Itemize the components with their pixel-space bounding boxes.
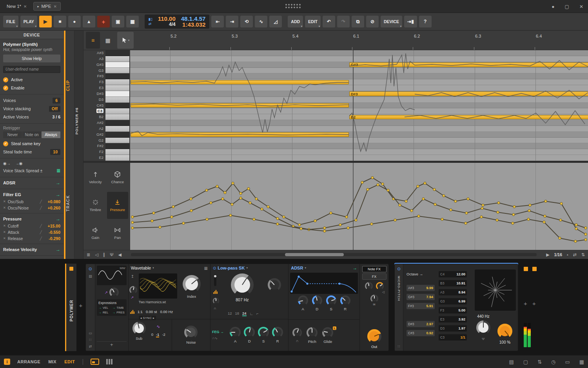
osc-offset[interactable]: 0.00 Hz xyxy=(160,310,173,314)
mod-amount-value[interactable]: +15.00 xyxy=(44,224,60,228)
add-device-button[interactable]: + xyxy=(524,300,527,307)
expression-tab-velocity[interactable]: Velocity xyxy=(85,164,106,191)
device-name-input[interactable] xyxy=(3,66,60,73)
document-tab[interactable]: New 1*✕ xyxy=(3,2,30,11)
lane-label[interactable]: POLYMER #6 xyxy=(74,89,83,152)
add-modulator-button[interactable]: + xyxy=(97,341,127,349)
steal-same-key-toggle[interactable]: ✓Steal same key xyxy=(3,140,60,148)
index-knob[interactable]: Index xyxy=(183,275,201,299)
filter-slope-12[interactable]: 12 xyxy=(228,311,232,316)
view-switch-arrange[interactable]: ARRANGE xyxy=(17,359,40,364)
piano-key-A#3[interactable]: A#3 xyxy=(83,50,129,56)
mod-amount-value[interactable]: +0.260 xyxy=(44,206,60,210)
snap-icon[interactable]: ⇄ xyxy=(573,252,577,257)
key-bar[interactable] xyxy=(105,56,129,62)
filter-header[interactable]: ⊙ Low-pass SK▾ xyxy=(211,264,288,272)
horizontal-scrollbar[interactable] xyxy=(131,253,537,256)
fegknobs-knob-r[interactable]: R xyxy=(272,327,283,343)
mod-amount-value[interactable]: +0.080 xyxy=(44,199,60,204)
envknobs-knob-r[interactable]: R xyxy=(340,295,350,311)
spread-knob[interactable] xyxy=(365,282,373,290)
piano-key-G3[interactable]: G3 xyxy=(83,68,129,74)
tab-close-icon[interactable]: ✕ xyxy=(53,4,56,9)
edit-menu-button[interactable]: EDIT▾ xyxy=(305,16,321,27)
expression-tab-chance[interactable]: Chance xyxy=(107,164,129,191)
ruler-label-6.1[interactable]: 6.1 xyxy=(353,34,359,38)
punch-in-button[interactable]: ⇤ xyxy=(211,16,224,27)
piano-key-F#3[interactable]: F#3 xyxy=(83,73,129,79)
expression-tab-pressure[interactable]: Pressure xyxy=(107,192,129,219)
fegknobs-knob-s[interactable]: S xyxy=(258,327,269,343)
remove-icon[interactable]: ✕ xyxy=(3,200,6,203)
modwheel-display[interactable]: MW xyxy=(97,266,127,285)
single-display-layout-icon[interactable] xyxy=(91,359,99,365)
filter-slope-24[interactable]: 24 xyxy=(242,311,247,316)
param-value[interactable]: Off xyxy=(49,106,60,112)
sub-octave--2[interactable]: -2 xyxy=(162,332,165,337)
mod-target-row[interactable]: ✕Attack╱-0.550 xyxy=(3,229,60,235)
piano-key-A3[interactable]: A3 xyxy=(83,56,129,62)
grid-stepper-icon[interactable]: ▴ xyxy=(567,253,568,256)
tuning-row-G3[interactable]: G36.99 xyxy=(439,298,467,304)
keytrack-icon[interactable]: ▦ xyxy=(204,266,207,270)
fegknobs-knob-d[interactable]: D xyxy=(244,327,255,343)
ruler-label-5.3[interactable]: 5.3 xyxy=(232,34,238,38)
close-icon[interactable]: ✕ xyxy=(579,4,583,9)
chain-track-header[interactable]: POLYMER xyxy=(66,264,76,351)
add-device-slot-button[interactable]: + xyxy=(77,302,84,309)
redo-button[interactable]: ↷ xyxy=(337,16,350,27)
key-bar[interactable] xyxy=(105,85,129,91)
layers-icon[interactable]: ≣ xyxy=(87,252,90,257)
clip-launcher-button[interactable]: ▦ xyxy=(126,16,139,27)
zoom-fit-icon[interactable]: ⇅ xyxy=(581,252,585,257)
piano-key-C#3[interactable]: C#3 xyxy=(83,103,129,109)
mod-target-row[interactable]: ✕Release╱-0.290 xyxy=(3,235,60,242)
view-switch-mix[interactable]: MIX xyxy=(48,359,56,364)
file-menu-button[interactable]: FILE▾ xyxy=(3,16,18,27)
glide-knob[interactable]: Glide L xyxy=(322,327,333,344)
osc-detune[interactable]: 0.00 st xyxy=(146,310,157,314)
tuning-row-E3[interactable]: E33.92 xyxy=(439,316,467,322)
osc-ratio[interactable]: 1:1 xyxy=(138,310,143,314)
mod-route-icon[interactable]: → xyxy=(56,192,60,197)
piano-key-E3[interactable]: E3 xyxy=(83,85,129,91)
time-signature-display[interactable]: 4/4 xyxy=(169,22,176,27)
dual-display-layout-icon[interactable] xyxy=(106,359,113,364)
meter-icon[interactable]: ∥ xyxy=(103,252,105,257)
project-panel-icon[interactable]: ▤ xyxy=(509,359,514,365)
device-power-icon[interactable]: ⊙ xyxy=(397,266,401,271)
voice-stack-spread-row[interactable]: Voice Stack Spread ±≣ xyxy=(3,167,60,175)
modwheel-amount-knob[interactable] xyxy=(109,288,119,297)
mod-target-row[interactable]: ✕Oscs/Noise╱+0.260 xyxy=(3,205,60,211)
fegknobs-knob-a[interactable]: A xyxy=(230,327,241,343)
metronome-button[interactable]: ▲ xyxy=(83,16,95,27)
forward-icon[interactable]: ▶ xyxy=(546,252,549,257)
note-list-tool-button[interactable]: ≡ xyxy=(86,32,100,49)
noise-knob[interactable]: Noise xyxy=(184,326,198,344)
key-bar[interactable] xyxy=(105,155,129,161)
tuning-octave-chip[interactable]: C412.00 xyxy=(439,271,467,277)
fx-tab[interactable]: FX xyxy=(362,273,387,280)
tempo-display[interactable]: 110.00 xyxy=(158,16,176,22)
automation-follow-button[interactable]: ∿ xyxy=(255,16,267,27)
add-device-button[interactable]: + xyxy=(532,300,536,307)
key-bar[interactable] xyxy=(105,138,129,144)
out-knob[interactable]: Out xyxy=(367,329,381,349)
key-bar[interactable] xyxy=(105,103,129,109)
remove-icon[interactable]: ✕ xyxy=(3,224,6,228)
retrigger-option-always[interactable]: Always xyxy=(42,131,60,138)
wavetable-name[interactable]: Two Harmonics.wt xyxy=(139,300,166,304)
mod-target-row[interactable]: ✕Cutoff╱+15.00 xyxy=(3,223,60,229)
undo-button[interactable]: ↶ xyxy=(323,16,335,27)
reference-pitch-value[interactable]: 440 Hz xyxy=(475,314,492,319)
expression-tag-vel[interactable]: →VEL xyxy=(98,306,111,310)
expression-tab-pan[interactable]: Pan xyxy=(107,220,129,247)
device-polymer[interactable]: ⊙ ▤ ▭ ∷ ⇄ MW ↗ Expressions →VEL→TIMB→R xyxy=(85,264,389,351)
piano-key-G#2[interactable]: G#2 xyxy=(83,132,129,138)
onscreen-keyboard-icon[interactable]: ▭ xyxy=(565,359,570,365)
ruler-label-6.2[interactable]: 6.2 xyxy=(414,34,420,38)
remove-icon[interactable]: ✕ xyxy=(3,206,6,210)
delete-button[interactable]: ⊘ xyxy=(366,16,379,27)
tab-clip[interactable]: CLIP xyxy=(65,74,74,97)
ruler-label-6.3[interactable]: 6.3 xyxy=(475,34,481,38)
